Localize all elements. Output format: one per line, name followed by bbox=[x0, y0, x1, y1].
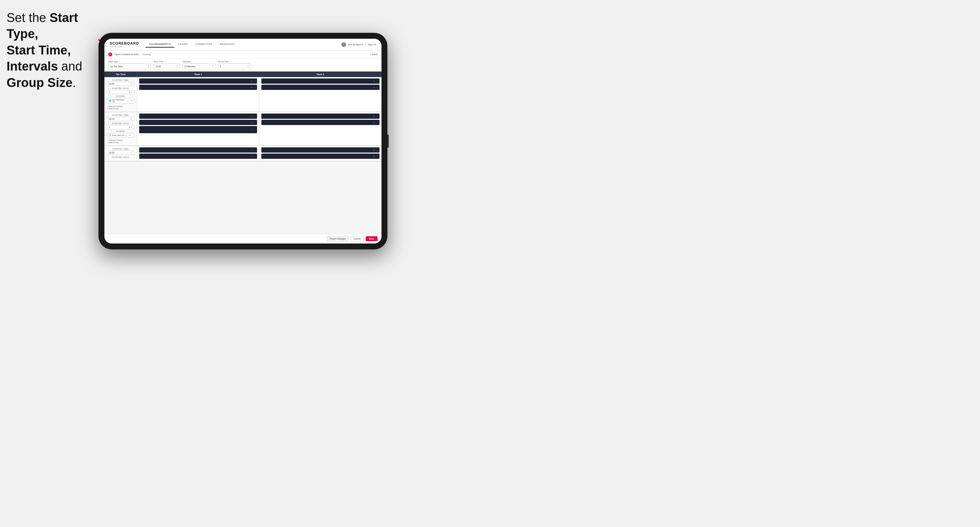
group-1-actions: ○ Remove Group + Add Group bbox=[107, 105, 134, 110]
cancel-button[interactable]: Cancel bbox=[351, 236, 364, 241]
slot-3-1-remove-icon[interactable]: ✕ bbox=[251, 149, 253, 151]
group-1-course-arrow-icon: ▼ bbox=[130, 100, 133, 102]
slot-3-1-menu-icon[interactable]: ⋯ bbox=[254, 149, 256, 151]
slot-3-2-remove-icon[interactable]: ✕ bbox=[251, 155, 253, 157]
group-1-course-label: COURSE: bbox=[107, 95, 134, 97]
settings-row: Start Type 1st Tee Start ▼ Start Time 10… bbox=[104, 59, 382, 71]
slot-1-1-remove-icon[interactable]: ✕ bbox=[251, 80, 253, 83]
group-1-team2: ✕ ⋯ ✕ ⋯ bbox=[259, 77, 382, 111]
slot-2-1-remove-icon[interactable]: ✕ bbox=[251, 115, 253, 117]
breadcrumb-tournament[interactable]: Clippd Invitational (Me) bbox=[114, 53, 139, 56]
instruction-line6: . bbox=[73, 76, 76, 90]
group-1-time-input[interactable]: 10:00 ⏱ bbox=[107, 82, 134, 86]
instruction-bold2: Start Time, bbox=[6, 43, 71, 57]
player-slot-3-1: ✕ ⋯ bbox=[139, 147, 257, 152]
slot-1-2-menu-icon[interactable]: ⋯ bbox=[254, 86, 256, 89]
start-time-value: 10:00 bbox=[155, 65, 161, 68]
player-slot-3-3: ✕ ⋯ bbox=[261, 147, 380, 152]
reset-changes-button[interactable]: Reset Changes bbox=[327, 236, 348, 241]
slot-3-4-menu-icon[interactable]: ⋯ bbox=[376, 155, 378, 157]
tablet-side-button bbox=[387, 135, 389, 148]
back-button[interactable]: < Back bbox=[370, 53, 377, 56]
slot-3-3-remove-icon[interactable]: ✕ bbox=[373, 149, 375, 151]
slot-1-4-remove-icon[interactable]: ✕ bbox=[373, 86, 375, 89]
group-2-hole-arrow-icon: ▲▼ bbox=[129, 126, 133, 128]
tab-rankings[interactable]: RANKINGS bbox=[216, 41, 238, 48]
group-2-team2: ✕ ⋯ ✕ ⋯ bbox=[259, 112, 382, 145]
player-slot-3-2: ✕ ⋯ bbox=[139, 154, 257, 159]
group-size-field: Group Size 3 ▼ bbox=[218, 60, 251, 69]
group-2-actions: ○ Remove Group + Add Group bbox=[107, 139, 134, 143]
slot-1-2-remove-icon[interactable]: ✕ bbox=[251, 86, 253, 89]
group-3-clock-icon: ⏱ bbox=[130, 152, 133, 154]
slot-3-3-menu-icon[interactable]: ⋯ bbox=[376, 149, 378, 151]
tab-committee[interactable]: COMMITTEE bbox=[192, 41, 216, 48]
logo-text: SCOREBOARD bbox=[110, 42, 139, 45]
tablet-frame: SCOREBOARD Powered by clipp TOURNAMENTS … bbox=[99, 33, 387, 249]
start-time-field: Start Time 10:00 ⏱ bbox=[154, 60, 180, 69]
group-2-course-remove-icon[interactable]: ✕ bbox=[125, 134, 127, 137]
tab-tournaments[interactable]: TOURNAMENTS bbox=[145, 41, 174, 48]
tab-teams[interactable]: TEAMS bbox=[175, 41, 191, 48]
group-1-course-remove-icon[interactable]: ✕ bbox=[127, 100, 129, 102]
course-slot-2-1: ✕ ⋯ bbox=[139, 126, 257, 133]
group-2-left: STARTING TIME: 10:10 ⏱ STARTING HOLE: 1 … bbox=[104, 112, 137, 145]
group-3-hole-label: STARTING HOLE: bbox=[107, 156, 134, 158]
group-1-hole-select[interactable]: 1 ▲▼ bbox=[107, 90, 134, 94]
add-plus-icon: + bbox=[107, 108, 108, 110]
group-1-add-group-btn[interactable]: + Add Group bbox=[107, 108, 134, 110]
course-slot-2-1-remove-icon[interactable]: ✕ bbox=[251, 129, 253, 131]
sign-out-link[interactable]: Sign out bbox=[368, 43, 376, 46]
group-1-course-name: (A) Peachtree GC bbox=[112, 99, 126, 103]
slot-1-1-menu-icon[interactable]: ⋯ bbox=[254, 80, 256, 83]
instruction-line1: Set the bbox=[6, 11, 49, 25]
separator: | bbox=[365, 43, 366, 46]
player-slot-2-2: ✕ ⋯ bbox=[139, 120, 257, 125]
add-group-label: Add Group bbox=[109, 108, 119, 110]
start-type-select[interactable]: 1st Tee Start ▼ bbox=[108, 63, 151, 69]
group-1-hole-value: 1 bbox=[109, 91, 110, 93]
slot-2-3-menu-icon[interactable]: ⋯ bbox=[376, 115, 378, 117]
group-3-team2: ✕ ⋯ ✕ ⋯ bbox=[259, 146, 382, 161]
player-slot-1-4: ✕ ⋯ bbox=[261, 85, 380, 90]
save-button[interactable]: Save bbox=[366, 236, 377, 241]
group-1-remove-group-btn[interactable]: ○ Remove Group bbox=[107, 105, 134, 107]
group-2-remove-group-btn[interactable]: ○ Remove Group bbox=[107, 139, 134, 141]
group-2-course-name: East Lake GC bbox=[112, 134, 124, 136]
slot-2-1-menu-icon[interactable]: ⋯ bbox=[254, 115, 256, 117]
start-time-input[interactable]: 10:00 ⏱ bbox=[154, 63, 180, 69]
slot-2-4-remove-icon[interactable]: ✕ bbox=[373, 121, 375, 124]
course-slot-2-1-menu-icon[interactable]: ⋯ bbox=[254, 129, 256, 131]
start-type-label: Start Type bbox=[108, 60, 151, 63]
group-2-hole-select[interactable]: 1 ▲▼ bbox=[107, 125, 134, 129]
group-2-add-group-btn[interactable]: + Add Group bbox=[107, 141, 134, 143]
slot-2-3-remove-icon[interactable]: ✕ bbox=[373, 115, 375, 117]
group-size-label: Group Size bbox=[218, 60, 251, 63]
slot-1-4-menu-icon[interactable]: ⋯ bbox=[376, 86, 378, 89]
group-1-left: STARTING TIME: 10:00 ⏱ STARTING HOLE: 1 … bbox=[104, 77, 137, 111]
th-tee-time: Tee Time bbox=[104, 71, 137, 77]
slot-3-2-menu-icon[interactable]: ⋯ bbox=[254, 155, 256, 157]
player-slot-1-1: ✕ ⋯ bbox=[139, 78, 257, 84]
slot-1-3-menu-icon[interactable]: ⋯ bbox=[376, 80, 378, 83]
instruction-bold4: Group Size bbox=[6, 76, 73, 90]
group-2-course-label: COURSE: bbox=[107, 130, 134, 132]
slot-2-2-remove-icon[interactable]: ✕ bbox=[251, 121, 253, 124]
slot-3-4-remove-icon[interactable]: ✕ bbox=[373, 155, 375, 157]
breadcrumb-logo: C bbox=[108, 52, 112, 56]
slot-1-3-remove-icon[interactable]: ✕ bbox=[373, 80, 375, 83]
group-2-course-globe-icon: 🏌️ bbox=[109, 134, 111, 137]
slot-2-2-menu-icon[interactable]: ⋯ bbox=[254, 121, 256, 124]
table-header: Tee Time Team 1 Team 2 bbox=[104, 71, 382, 77]
group-2-time-input[interactable]: 10:10 ⏱ bbox=[107, 117, 134, 121]
slot-2-4-menu-icon[interactable]: ⋯ bbox=[376, 121, 378, 124]
add-plus-icon-2: + bbox=[107, 141, 108, 143]
group-size-select[interactable]: 3 ▼ bbox=[218, 63, 251, 69]
group-2-hole-label: STARTING HOLE: bbox=[107, 122, 134, 124]
intervals-select[interactable]: 10 Minutes ▼ bbox=[183, 63, 215, 69]
schedule-table: Tee Time Team 1 Team 2 STARTING TIME: 10… bbox=[104, 71, 382, 233]
remove-group-label-2: Remove Group bbox=[109, 139, 123, 141]
group-3-time-input[interactable]: 10:20 ⏱ bbox=[107, 151, 134, 155]
group-2-hole-value: 1 bbox=[109, 126, 110, 128]
intervals-label: Intervals bbox=[183, 60, 215, 63]
